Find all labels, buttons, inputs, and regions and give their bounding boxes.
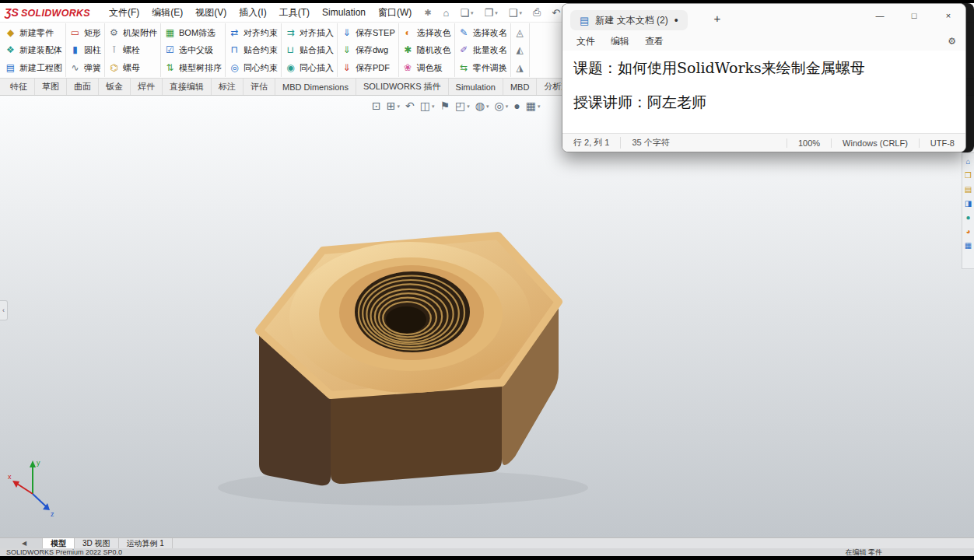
notepad-tab[interactable]: ▤ 新建 文本文档 (2) • xyxy=(570,10,688,30)
new-document-icon[interactable]: ❏ xyxy=(454,7,478,19)
new-drawing-button[interactable]: ▤新建工程图 xyxy=(5,59,62,76)
flush-mate-button[interactable]: ⊓贴合约束 xyxy=(229,42,278,59)
custom-properties-icon[interactable]: ▦ xyxy=(965,241,972,250)
clipped-button-2[interactable]: ◭ xyxy=(514,42,526,59)
menu-file[interactable]: 文件(F) xyxy=(103,6,145,19)
part-swap-button[interactable]: ⇆零件调换 xyxy=(458,59,507,76)
tab-weldments[interactable]: 焊件 xyxy=(131,79,163,95)
tab-sketch[interactable]: 草图 xyxy=(35,79,67,95)
view-palette-icon[interactable]: ◨ xyxy=(965,199,972,208)
close-button[interactable]: × xyxy=(931,4,965,27)
nut-model[interactable] xyxy=(259,236,559,485)
orientation-triad: x y z xyxy=(8,459,54,518)
save-step-button[interactable]: ⇓保存STEP xyxy=(341,24,395,41)
edit-appearance-icon[interactable]: ● xyxy=(513,98,520,114)
solidworks-logo: ƷS SOLIDWORKS xyxy=(5,6,90,19)
menu-tools[interactable]: 工具(T) xyxy=(273,6,316,19)
select-parent-button[interactable]: ☑选中父级 xyxy=(164,42,222,59)
rename-batch-button[interactable]: ✐批量改名 xyxy=(458,42,507,59)
toolbar-group-color: ◐选择改色 ✱随机改色 ❀调色板 xyxy=(399,23,455,77)
tab-solidworks-addins[interactable]: SOLIDWORKS 插件 xyxy=(356,79,449,95)
window-controls: — □ × xyxy=(863,4,965,27)
settings-gear-icon[interactable]: ⚙ xyxy=(948,36,956,47)
tab-sheet-metal[interactable]: 钣金 xyxy=(99,79,131,95)
open-icon[interactable]: ❐ xyxy=(479,7,503,19)
resources-icon[interactable]: ⌂ xyxy=(965,157,970,166)
tab-model[interactable]: 模型 xyxy=(43,538,75,548)
save-icon[interactable]: ❑ xyxy=(503,7,527,19)
tab-markup[interactable]: 标注 xyxy=(212,79,243,95)
concentric-mate-button[interactable]: ◎同心约束 xyxy=(229,59,278,76)
pin-menu-icon[interactable]: ✱ xyxy=(418,8,437,18)
button-label: 选择改名 xyxy=(473,27,507,39)
bom-filter-button[interactable]: ▦BOM筛选 xyxy=(164,24,222,41)
palette-button[interactable]: ❀调色板 xyxy=(402,59,451,76)
flush-insert-button[interactable]: ⊔贴合插入 xyxy=(285,42,334,59)
tab-mbd[interactable]: MBD xyxy=(503,79,537,95)
button-label: 保存PDF xyxy=(356,62,390,74)
design-library-icon[interactable]: ❒ xyxy=(965,171,972,180)
zoom-level-label[interactable]: 100% xyxy=(787,138,831,148)
tab-3d-views[interactable]: 3D 视图 xyxy=(75,538,119,548)
bolt-button[interactable]: ⊺螺栓 xyxy=(108,42,157,59)
flush-mate-icon: ⊓ xyxy=(229,44,240,56)
save-dwg-button[interactable]: ⇓保存dwg xyxy=(341,42,395,59)
appearances-icon[interactable]: ● xyxy=(965,213,970,222)
notepad-menu-edit[interactable]: 编辑 xyxy=(603,35,637,48)
notepad-menu-file[interactable]: 文件 xyxy=(569,35,603,48)
apply-scene-icon[interactable]: ▦ xyxy=(526,98,541,114)
model-tree-sort-button[interactable]: ⇅模型树排序 xyxy=(164,59,222,76)
align-mate-button[interactable]: ⇄对齐约束 xyxy=(229,24,278,41)
view-orientation-icon[interactable]: ◰ xyxy=(455,98,470,114)
menu-window[interactable]: 窗口(W) xyxy=(372,6,418,19)
frame-attachment-button[interactable]: ⚙机架附件 xyxy=(108,24,157,41)
tab-motion-study[interactable]: 运动算例 1 xyxy=(119,538,173,548)
cylinder-button[interactable]: ▮圆柱 xyxy=(69,42,101,59)
new-tab-button[interactable]: + xyxy=(709,12,726,25)
tab-evaluate[interactable]: 评估 xyxy=(243,79,275,95)
menu-edit[interactable]: 编辑(E) xyxy=(145,6,189,19)
section-view-icon[interactable]: ◫ xyxy=(420,98,435,114)
nut-button[interactable]: ⌬螺母 xyxy=(108,59,157,76)
tab-simulation[interactable]: Simulation xyxy=(449,79,503,95)
minimize-button[interactable]: — xyxy=(863,4,897,27)
rename-select-button[interactable]: ✎选择改名 xyxy=(458,24,507,41)
file-explorer-icon[interactable]: ▤ xyxy=(965,185,972,194)
tab-surfaces[interactable]: 曲面 xyxy=(67,79,99,95)
menu-simulation[interactable]: Simulation xyxy=(316,7,372,18)
scenes-icon[interactable]: ◕ xyxy=(965,227,970,236)
save-pdf-button[interactable]: ⇓保存PDF xyxy=(341,59,395,76)
clipped-button-1[interactable]: ◬ xyxy=(514,24,526,41)
maximize-button[interactable]: □ xyxy=(897,4,931,27)
new-part-button[interactable]: ◆新建零件 xyxy=(5,24,62,41)
previous-view-icon[interactable]: ↶ xyxy=(405,98,415,114)
notepad-editor[interactable]: 课题：如何使用SolidWorks来绘制金属螺母 授课讲师：阿左老师 xyxy=(562,51,965,133)
print-icon[interactable]: ⎙ xyxy=(527,6,546,19)
rectangle-button[interactable]: ▭矩形 xyxy=(69,24,101,41)
spring-button[interactable]: ∿弹簧 xyxy=(69,59,101,76)
zoom-fit-icon[interactable]: ⊡ xyxy=(372,98,381,114)
new-assembly-button[interactable]: ❖新建装配体 xyxy=(5,42,62,59)
hide-show-items-icon[interactable]: ◎ xyxy=(495,98,509,114)
clipped-button-3[interactable]: ◮ xyxy=(514,59,526,76)
tab-direct-editing[interactable]: 直接编辑 xyxy=(163,79,212,95)
notepad-menu-view[interactable]: 查看 xyxy=(637,35,671,48)
home-icon[interactable]: ⌂ xyxy=(438,7,455,19)
concentric-insert-button[interactable]: ◉同心插入 xyxy=(285,59,334,76)
clipped-icon-1: ◬ xyxy=(514,27,526,39)
annotations-icon[interactable]: ⚑ xyxy=(440,98,450,114)
tab-mbd-dimensions[interactable]: MBD Dimensions xyxy=(275,79,356,95)
menu-view[interactable]: 视图(V) xyxy=(189,6,233,19)
display-style-icon[interactable]: ◍ xyxy=(475,98,489,114)
graphics-viewport[interactable]: x y z ⊡ ⊞ ↶ ◫ ⚑ ◰ ◍ ◎ ● ▦ ‹ xyxy=(0,96,974,537)
recolor-random-button[interactable]: ✱随机改色 xyxy=(402,42,451,59)
zoom-area-icon[interactable]: ⊞ xyxy=(387,98,400,114)
tab-features[interactable]: 特征 xyxy=(3,79,35,95)
tab-scroll-left[interactable]: ◀ xyxy=(0,538,43,548)
button-label: 新建工程图 xyxy=(19,62,62,74)
recolor-select-button[interactable]: ◐选择改色 xyxy=(402,24,451,41)
notepad-text-line: 课题：如何使用SolidWorks来绘制金属螺母 xyxy=(573,51,955,85)
align-insert-button[interactable]: ⇉对齐插入 xyxy=(285,24,334,41)
menu-insert[interactable]: 插入(I) xyxy=(233,6,272,19)
feature-pane-flyout[interactable]: ‹ xyxy=(0,300,8,320)
